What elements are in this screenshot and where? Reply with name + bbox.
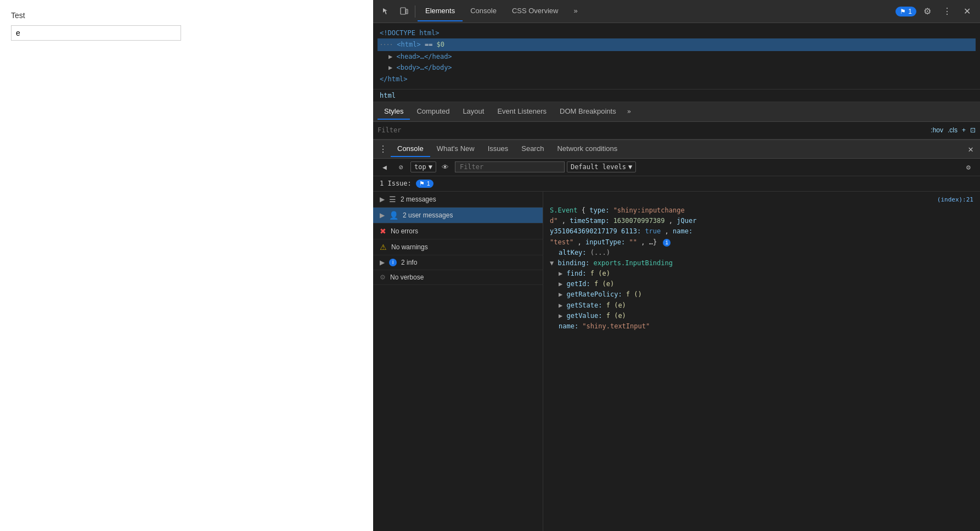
drawer-tab-whats-new[interactable]: What's New [430, 141, 481, 157]
body-tag: <body>…</body> [396, 64, 452, 71]
console-drawer: ⋮ Console What's New Issues Search Netwo… [373, 139, 980, 531]
detail-location: (index):21 [550, 196, 973, 203]
levels-dropdown-icon: ▼ [628, 163, 632, 171]
tab-event-listeners[interactable]: Event Listeners [491, 104, 553, 120]
issue-banner-label: 1 Issue: [380, 180, 412, 187]
tab-more[interactable]: » [566, 1, 585, 21]
getstate-expand-icon[interactable]: ▶ [559, 301, 562, 309]
detail-info-badge[interactable]: i [663, 239, 671, 247]
messages-expand-icon[interactable]: ▶ [380, 195, 385, 203]
issue-banner-badge[interactable]: ⚑ 1 [416, 180, 433, 188]
messages-label: 2 messages [401, 195, 536, 203]
issues-flag-icon: ⚑ [900, 8, 906, 15]
properties-tabs-more[interactable]: » [623, 104, 635, 119]
close-devtools-icon[interactable]: ✕ [958, 3, 976, 20]
devtools-panel: Elements Console CSS Overview » ⚑ 1 ⚙ ⋮ … [373, 0, 980, 531]
getratepolicy-expand-icon[interactable]: ▶ [559, 290, 562, 298]
binding-expand-icon[interactable]: ▼ [550, 259, 554, 267]
styles-filter-input[interactable] [378, 126, 931, 134]
toolbar-separator [415, 5, 415, 18]
dom-tree: <!DOCTYPE html> ···· <html> == $0 ▶ <hea… [373, 23, 980, 90]
errors-icon: ✖ [380, 227, 386, 236]
drawer-tab-issues[interactable]: Issues [481, 141, 515, 157]
context-label: top [414, 163, 426, 171]
svg-rect-1 [406, 9, 408, 14]
live-expressions-icon[interactable]: 👁 [438, 161, 453, 173]
detail-getvalue: ▶ getValue: f (e) [550, 311, 973, 321]
close-html-tag: </html> [380, 75, 408, 83]
getid-expand-icon[interactable]: ▶ [559, 280, 562, 288]
tab-css-overview[interactable]: CSS Overview [504, 1, 566, 21]
verbose-label: No verbose [390, 273, 536, 281]
drawer-tab-search[interactable]: Search [515, 141, 550, 157]
inspect-element-icon[interactable] [378, 3, 395, 20]
body-line[interactable]: ▶ <body>…</body> [380, 62, 973, 73]
user-messages-expand-icon[interactable]: ▶ [380, 211, 385, 219]
cls-button[interactable]: .cls [948, 126, 958, 134]
more-options-icon[interactable]: ⋮ [938, 3, 956, 20]
console-group-errors[interactable]: ✖ No errors [373, 223, 543, 239]
toggle-element-state-icon[interactable]: ⊡ [970, 126, 976, 134]
drawer-tab-console[interactable]: Console [391, 141, 430, 157]
html-line[interactable]: ···· <html> == $0 [378, 38, 976, 51]
user-messages-icon: 👤 [389, 211, 398, 220]
tab-styles[interactable]: Styles [378, 104, 410, 120]
drawer-menu-icon[interactable]: ⋮ [375, 142, 391, 156]
drawer-close-icon[interactable]: ✕ [964, 142, 978, 156]
console-group-info[interactable]: ▶ i 2 info [373, 255, 543, 270]
console-toolbar: ◀ ⊘ top ▼ 👁 Default levels ▼ ⚙ [373, 159, 980, 176]
doctype-text: <!DOCTYPE html> [380, 29, 439, 37]
settings-icon[interactable]: ⚙ [919, 3, 936, 20]
log-levels-selector[interactable]: Default levels ▼ [567, 161, 636, 172]
context-selector[interactable]: top ▼ [410, 161, 436, 172]
warnings-label: No warnings [391, 243, 536, 251]
detail-object: S.Event { type: "shiny:inputchange d" , … [550, 205, 973, 332]
detail-name: name: "shiny.textInput" [550, 321, 973, 332]
context-dropdown-icon: ▼ [429, 163, 432, 171]
filter-bar: :hov .cls + ⊡ [373, 122, 980, 139]
tab-computed[interactable]: Computed [410, 104, 456, 120]
find-expand-icon[interactable]: ▶ [559, 270, 562, 277]
issues-badge[interactable]: ⚑ 1 [895, 7, 916, 16]
console-filter-input[interactable] [455, 161, 565, 172]
detail-line-2: d" , timeStamp: 1630070997389 , jQuer [550, 216, 973, 226]
toolbar-right: ⚑ 1 ⚙ ⋮ ✕ [895, 3, 976, 20]
detail-getid: ▶ getId: f (e) [550, 279, 973, 289]
hov-button[interactable]: :hov [931, 126, 943, 134]
test-input[interactable] [11, 25, 181, 41]
info-expand-icon[interactable]: ▶ [380, 259, 385, 266]
drawer-tab-network-conditions[interactable]: Network conditions [550, 141, 624, 157]
console-drawer-tabs: ⋮ Console What's New Issues Search Netwo… [373, 140, 980, 159]
console-group-messages[interactable]: ▶ ☰ 2 messages [373, 192, 543, 208]
head-line[interactable]: ▶ <head>…</head> [380, 51, 973, 62]
issue-flag-icon: ⚑ [419, 180, 425, 187]
webpage-panel: Test [0, 0, 373, 531]
breadcrumb[interactable]: html [373, 90, 980, 102]
properties-tabs: Styles Computed Layout Event Listeners D… [373, 102, 980, 122]
console-content: ▶ ☰ 2 messages ▶ 👤 2 user messages ✖ No … [373, 192, 980, 531]
tab-dom-breakpoints[interactable]: DOM Breakpoints [553, 104, 623, 120]
messages-icon: ☰ [389, 195, 396, 204]
console-group-user-messages[interactable]: ▶ 👤 2 user messages [373, 208, 543, 223]
issue-banner-count: 1 [427, 180, 430, 187]
tab-layout[interactable]: Layout [456, 104, 491, 120]
new-style-rule-icon[interactable]: + [962, 126, 966, 134]
devtools-toolbar: Elements Console CSS Overview » ⚑ 1 ⚙ ⋮ … [373, 0, 980, 23]
console-settings-icon[interactable]: ⚙ [961, 161, 976, 173]
breadcrumb-html: html [380, 92, 396, 99]
console-group-warnings[interactable]: ⚠ No warnings [373, 239, 543, 255]
console-group-verbose[interactable]: ⚙ No verbose [373, 270, 543, 285]
device-toolbar-icon[interactable] [395, 3, 413, 20]
tab-elements[interactable]: Elements [418, 1, 463, 21]
body-triangle[interactable]: ▶ [388, 64, 396, 71]
issue-banner[interactable]: 1 Issue: ⚑ 1 [373, 176, 980, 192]
devtools-tabs: Elements Console CSS Overview » [418, 1, 585, 21]
getvalue-expand-icon[interactable]: ▶ [559, 312, 562, 320]
html-dollar: $0 [437, 41, 444, 48]
clear-console-icon[interactable]: ⊘ [394, 161, 408, 173]
head-triangle[interactable]: ▶ [388, 53, 396, 60]
console-back-icon[interactable]: ◀ [378, 161, 392, 173]
detail-find: ▶ find: f (e) [550, 269, 973, 279]
html-eq: == [425, 41, 437, 48]
tab-console[interactable]: Console [463, 1, 504, 21]
